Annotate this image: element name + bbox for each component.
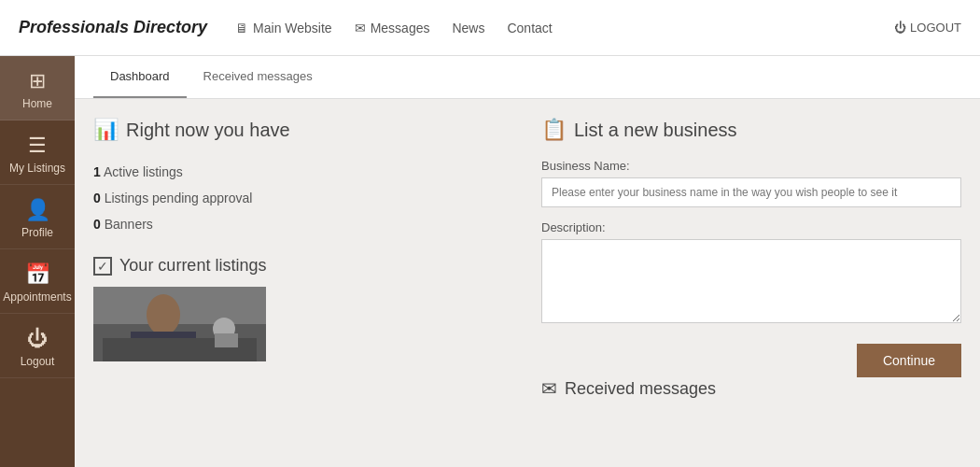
messages-icon: ✉ bbox=[541, 377, 557, 400]
tab-received-messages[interactable]: Received messages bbox=[187, 56, 329, 98]
tab-dashboard[interactable]: Dashboard bbox=[93, 56, 187, 98]
sidebar-item-home[interactable]: ⊞ Home bbox=[0, 56, 75, 120]
message-icon: ✉ bbox=[355, 21, 366, 35]
business-name-input[interactable] bbox=[541, 177, 961, 207]
svg-rect-6 bbox=[215, 333, 238, 347]
right-now-header: 📊 Right now you have bbox=[93, 118, 513, 142]
calendar-icon: 📅 bbox=[25, 262, 50, 287]
list-icon: 📋 bbox=[541, 118, 567, 142]
stats-list: 1 Active listings 0 Listings pending app… bbox=[93, 159, 513, 237]
sidebar-item-my-listings[interactable]: ☰ My Listings bbox=[0, 120, 75, 185]
checkbox-icon: ✓ bbox=[93, 257, 112, 276]
messages-link[interactable]: ✉ Messages bbox=[355, 21, 430, 35]
listings-icon: ☰ bbox=[28, 134, 47, 158]
description-textarea[interactable] bbox=[541, 239, 961, 323]
listing-image bbox=[93, 287, 266, 361]
banners-stat: 0 Banners bbox=[93, 211, 513, 237]
your-listings-header: ✓ Your current listings bbox=[93, 256, 513, 276]
business-name-group: Business Name: bbox=[541, 159, 961, 207]
description-label: Description: bbox=[541, 220, 961, 234]
sidebar: ⊞ Home ☰ My Listings 👤 Profile 📅 Appoint… bbox=[0, 56, 75, 467]
sidebar-item-logout[interactable]: ⏻ Logout bbox=[0, 314, 75, 378]
logout-icon: ⏻ bbox=[27, 327, 48, 351]
business-name-label: Business Name: bbox=[541, 159, 961, 173]
received-messages-header: ✉ Received messages bbox=[541, 377, 961, 400]
list-business-header: 📋 List a new business bbox=[541, 118, 961, 142]
continue-button[interactable]: Continue bbox=[857, 344, 961, 377]
content-area: Dashboard Received messages 📊 Right now … bbox=[75, 56, 980, 467]
dashboard-content: 📊 Right now you have 1 Active listings 0… bbox=[75, 99, 980, 418]
monitor-icon: 🖥 bbox=[235, 21, 248, 35]
contact-link[interactable]: Contact bbox=[507, 21, 552, 35]
pending-listings-stat: 0 Listings pending approval bbox=[93, 185, 513, 211]
power-icon: ⏻ bbox=[894, 21, 906, 35]
home-icon: ⊞ bbox=[29, 69, 46, 93]
description-group: Description: bbox=[541, 220, 961, 326]
sidebar-item-appointments[interactable]: 📅 Appointments bbox=[0, 249, 75, 314]
top-nav: Professionals Directory 🖥 Main Website ✉… bbox=[0, 0, 980, 56]
active-listings-stat: 1 Active listings bbox=[93, 159, 513, 185]
news-link[interactable]: News bbox=[452, 21, 484, 35]
listing-image-placeholder bbox=[93, 287, 266, 361]
profile-icon: 👤 bbox=[25, 198, 50, 222]
right-panel: 📋 List a new business Business Name: Des… bbox=[541, 118, 961, 400]
svg-point-2 bbox=[147, 294, 180, 335]
left-panel: 📊 Right now you have 1 Active listings 0… bbox=[93, 118, 513, 400]
site-title: Professionals Directory bbox=[19, 18, 207, 37]
main-layout: ⊞ Home ☰ My Listings 👤 Profile 📅 Appoint… bbox=[0, 56, 980, 467]
logout-top-button[interactable]: ⏻ LOGOUT bbox=[894, 21, 961, 35]
bar-chart-icon: 📊 bbox=[93, 118, 119, 142]
tabs-bar: Dashboard Received messages bbox=[75, 56, 980, 99]
nav-links: 🖥 Main Website ✉ Messages News Contact bbox=[235, 21, 894, 35]
sidebar-item-profile[interactable]: 👤 Profile bbox=[0, 185, 75, 249]
main-website-link[interactable]: 🖥 Main Website bbox=[235, 21, 332, 35]
